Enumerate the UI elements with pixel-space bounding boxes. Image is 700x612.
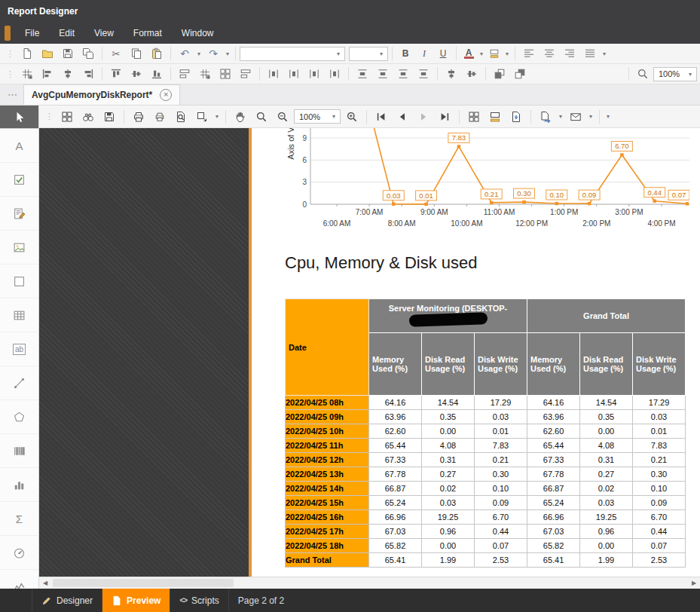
- cut-button[interactable]: ✂: [106, 44, 126, 63]
- close-icon[interactable]: ×: [160, 89, 172, 101]
- tool-table[interactable]: [0, 298, 38, 332]
- alignment-dropdown-icon[interactable]: ▾: [601, 50, 608, 57]
- menu-window[interactable]: Window: [172, 23, 224, 44]
- undo-button[interactable]: ↶: [175, 44, 194, 63]
- save-document-button[interactable]: [99, 108, 119, 126]
- tab-preview[interactable]: Preview: [102, 589, 170, 612]
- undo-dropdown-icon[interactable]: ▾: [195, 50, 203, 57]
- last-page-button[interactable]: [435, 108, 454, 126]
- horizontal-scrollbar[interactable]: ◀ ▶: [39, 577, 700, 589]
- background-color-button[interactable]: [486, 44, 503, 63]
- toolbar-drag-handle-icon[interactable]: ⋮: [3, 49, 17, 59]
- copy-button[interactable]: [127, 44, 146, 63]
- tool-richtext[interactable]: [0, 197, 38, 231]
- align-bottoms-button[interactable]: [147, 65, 167, 83]
- center-vertically-button[interactable]: [462, 65, 481, 83]
- magnifier-button[interactable]: [252, 108, 271, 126]
- more-options-icon[interactable]: ▾: [604, 113, 612, 120]
- export-document-button[interactable]: [536, 108, 555, 126]
- scrollbar-thumb[interactable]: [53, 579, 234, 587]
- document-tab-active[interactable]: AvgCpuMemoryDiskReport* ×: [23, 84, 180, 105]
- first-page-button[interactable]: [371, 108, 391, 126]
- font-name-combo[interactable]: ▾: [240, 47, 345, 61]
- previous-page-button[interactable]: [393, 108, 412, 126]
- tab-scripts[interactable]: <> Scripts: [170, 589, 228, 612]
- align-middles-button[interactable]: [127, 65, 146, 83]
- multiple-pages-button[interactable]: [464, 108, 484, 126]
- tool-sparkline[interactable]: [0, 570, 38, 589]
- preview-canvas[interactable]: 03697:00 AM9:00 AM11:00 AM1:00 PM3:00 PM…: [39, 128, 700, 577]
- align-centers-button[interactable]: [58, 65, 78, 83]
- tab-designer[interactable]: Designer: [32, 589, 102, 612]
- scale-button[interactable]: [192, 108, 212, 126]
- tool-shape[interactable]: [0, 400, 38, 434]
- tool-line[interactable]: [0, 366, 38, 400]
- tool-character-comb[interactable]: ab: [0, 332, 38, 366]
- make-same-height-button[interactable]: [236, 65, 255, 83]
- page-setup-button[interactable]: [171, 108, 191, 126]
- paste-button[interactable]: [147, 44, 167, 63]
- decrease-horizontal-spacing-button[interactable]: [304, 65, 324, 83]
- print-button[interactable]: [129, 108, 148, 126]
- tool-checkbox[interactable]: [0, 163, 38, 197]
- justify-button[interactable]: [580, 44, 600, 63]
- quick-print-button[interactable]: [150, 108, 170, 126]
- tool-barcode[interactable]: [0, 434, 38, 468]
- font-size-combo[interactable]: ▾: [349, 47, 388, 61]
- make-same-size-button[interactable]: [216, 65, 235, 83]
- scroll-left-arrow[interactable]: ◀: [39, 577, 51, 589]
- menu-file[interactable]: File: [15, 23, 49, 44]
- save-all-button[interactable]: [78, 44, 98, 63]
- send-email-button[interactable]: [566, 108, 585, 126]
- center-horizontally-button[interactable]: [442, 65, 461, 83]
- next-page-button[interactable]: [414, 108, 433, 126]
- preview-zoom-combo[interactable]: 100% ▾: [294, 109, 341, 124]
- align-lefts-button[interactable]: [38, 65, 57, 83]
- export-dropdown-icon[interactable]: ▾: [557, 113, 564, 120]
- watermark-button[interactable]: [506, 108, 526, 126]
- background-color-dropdown-icon[interactable]: ▾: [503, 50, 511, 57]
- align-rights-button[interactable]: [78, 65, 98, 83]
- align-center-button[interactable]: [540, 44, 559, 63]
- hand-tool-button[interactable]: [231, 108, 250, 126]
- zoom-out-button[interactable]: [273, 108, 292, 126]
- send-to-back-button[interactable]: [510, 65, 530, 83]
- tool-gauge[interactable]: [0, 536, 38, 570]
- underline-button[interactable]: U: [434, 44, 452, 63]
- tab-overflow-icon[interactable]: ⋯: [2, 85, 23, 105]
- scroll-right-arrow[interactable]: ▶: [688, 577, 700, 589]
- tool-chart[interactable]: [0, 468, 38, 502]
- remove-horizontal-spacing-button[interactable]: [325, 65, 344, 83]
- menu-format[interactable]: Format: [124, 23, 172, 44]
- menu-view[interactable]: View: [84, 23, 124, 44]
- font-color-dropdown-icon[interactable]: ▾: [478, 50, 485, 57]
- tool-label[interactable]: A: [0, 129, 38, 163]
- search-button[interactable]: [78, 108, 98, 126]
- remove-vertical-spacing-button[interactable]: [414, 65, 433, 83]
- save-button[interactable]: [58, 44, 78, 63]
- tool-pointer[interactable]: [0, 106, 38, 129]
- redo-dropdown-icon[interactable]: ▾: [224, 50, 231, 57]
- increase-vertical-spacing-button[interactable]: [373, 65, 393, 83]
- align-to-grid-button[interactable]: [17, 65, 37, 83]
- zoom-tool-button[interactable]: [633, 65, 653, 83]
- make-same-width-button[interactable]: [175, 65, 194, 83]
- align-left-button[interactable]: [519, 44, 539, 63]
- redo-button[interactable]: ↷: [203, 44, 223, 63]
- scale-dropdown-icon[interactable]: ▾: [213, 113, 221, 120]
- new-document-button[interactable]: [17, 44, 37, 63]
- document-map-button[interactable]: [57, 108, 77, 126]
- tool-picturebox[interactable]: [0, 231, 38, 265]
- bring-to-front-button[interactable]: [490, 65, 509, 83]
- bold-button[interactable]: B: [396, 44, 414, 63]
- align-tops-button[interactable]: [106, 65, 126, 83]
- size-to-grid-button[interactable]: [195, 65, 215, 83]
- designer-zoom-combo[interactable]: 100% ▾: [653, 67, 697, 81]
- equal-vertical-spacing-button[interactable]: [353, 65, 372, 83]
- font-color-button[interactable]: A: [460, 44, 477, 63]
- open-button[interactable]: [38, 44, 57, 63]
- equal-horizontal-spacing-button[interactable]: [264, 65, 283, 83]
- tool-panel[interactable]: [0, 265, 38, 298]
- menu-edit[interactable]: Edit: [49, 23, 84, 44]
- tool-pivot-grid[interactable]: Σ: [0, 502, 38, 536]
